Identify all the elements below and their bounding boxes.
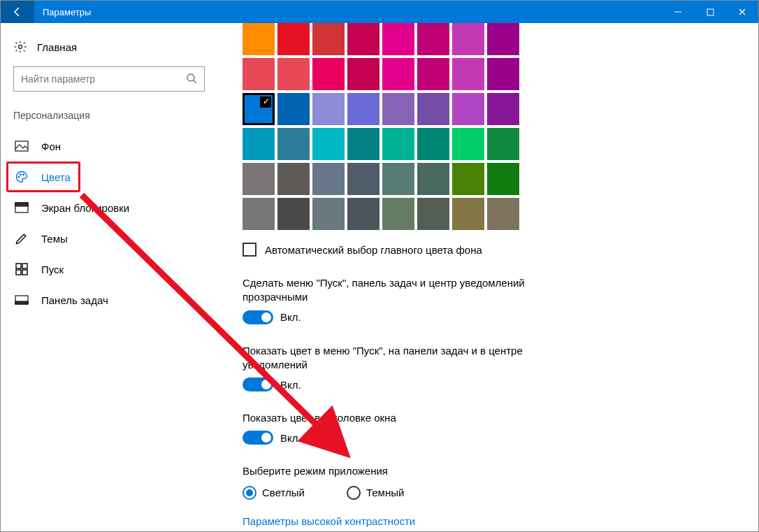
color-swatch[interactable] xyxy=(452,58,484,90)
app-mode-block: Выберите режим приложения Светлый Темный xyxy=(243,464,536,499)
color-swatch[interactable] xyxy=(347,128,380,160)
color-swatch[interactable] xyxy=(277,128,310,160)
setting-label: Показать цвет в заголовке окна xyxy=(243,411,536,425)
color-swatch[interactable] xyxy=(452,198,484,230)
sidebar-item-background[interactable]: Фон xyxy=(1,131,217,161)
sidebar-item-label: Фон xyxy=(41,141,61,152)
maximize-button[interactable] xyxy=(694,1,726,23)
search-input[interactable]: Найти параметр xyxy=(13,66,205,92)
color-swatch[interactable] xyxy=(312,128,345,160)
color-swatch[interactable] xyxy=(277,23,310,55)
svg-rect-13 xyxy=(16,270,21,275)
sidebar-item-label: Экран блокировки xyxy=(41,202,129,214)
home-label: Главная xyxy=(37,41,77,53)
titlebar: Параметры xyxy=(1,1,758,23)
color-swatch[interactable] xyxy=(417,128,449,160)
section-header: Персонализация xyxy=(1,104,217,131)
svg-point-8 xyxy=(23,174,24,175)
color-swatch[interactable] xyxy=(382,198,414,230)
color-swatch[interactable] xyxy=(382,163,414,195)
radio-label: Темный xyxy=(366,487,404,498)
setting-label: Сделать меню "Пуск", панель задач и цент… xyxy=(243,276,536,305)
toggle-state: Вкл. xyxy=(280,311,301,323)
color-swatch[interactable] xyxy=(243,198,275,230)
color-swatch[interactable] xyxy=(382,128,414,160)
color-swatch[interactable] xyxy=(243,163,275,195)
color-swatch[interactable] xyxy=(277,198,310,230)
color-swatch[interactable] xyxy=(277,58,310,90)
color-swatch[interactable] xyxy=(417,23,449,55)
color-swatch[interactable]: ✓ xyxy=(243,93,275,125)
color-swatch[interactable] xyxy=(417,93,449,125)
color-swatch[interactable] xyxy=(243,128,275,160)
color-swatch[interactable] xyxy=(452,163,484,195)
color-swatch[interactable] xyxy=(277,163,310,195)
svg-line-4 xyxy=(194,80,196,83)
color-swatch[interactable] xyxy=(452,93,484,125)
color-swatch[interactable] xyxy=(487,198,519,230)
color-swatch[interactable] xyxy=(243,23,275,55)
sidebar-item-label: Панель задач xyxy=(41,294,108,306)
toggle-switch[interactable] xyxy=(243,310,273,324)
color-swatch[interactable] xyxy=(487,93,519,125)
radio-icon[interactable] xyxy=(347,486,361,500)
color-swatch[interactable] xyxy=(382,93,414,125)
high-contrast-link[interactable]: Параметры высокой контрастности xyxy=(243,515,758,527)
color-swatch[interactable] xyxy=(277,93,310,125)
sidebar-item-taskbar[interactable]: Панель задач xyxy=(1,285,217,315)
color-swatch[interactable] xyxy=(347,93,380,125)
home-row[interactable]: Главная xyxy=(1,34,217,59)
app-mode-label: Выберите режим приложения xyxy=(243,464,536,478)
toggle-setting: Показать цвет в заголовке окнаВкл. xyxy=(243,411,536,445)
auto-color-row[interactable]: Автоматический выбор главного цвета фона xyxy=(243,243,758,257)
check-icon: ✓ xyxy=(263,96,270,106)
color-swatch[interactable] xyxy=(312,93,345,125)
toggle-switch[interactable] xyxy=(243,431,273,445)
close-button[interactable] xyxy=(726,1,758,23)
color-swatch[interactable] xyxy=(312,198,345,230)
color-swatch[interactable] xyxy=(487,58,519,90)
color-swatch[interactable] xyxy=(452,128,484,160)
content-area: ✓ Автоматический выбор главного цвета фо… xyxy=(217,23,758,531)
color-swatch[interactable] xyxy=(382,58,414,90)
sidebar-item-label: Темы xyxy=(41,233,68,245)
checkbox[interactable] xyxy=(243,243,256,257)
radio-icon[interactable] xyxy=(243,486,256,500)
color-swatch[interactable] xyxy=(312,23,345,55)
toggle-row: Вкл. xyxy=(243,378,536,391)
radio-light[interactable]: Светлый xyxy=(243,486,305,500)
color-swatch[interactable] xyxy=(347,198,380,230)
sidebar-item-colors[interactable]: Цвета xyxy=(1,161,217,192)
color-swatch[interactable] xyxy=(347,163,380,195)
toggle-switch[interactable] xyxy=(243,378,273,391)
color-swatch[interactable] xyxy=(487,163,519,195)
color-grid: ✓ xyxy=(243,23,758,230)
sidebar-item-label: Пуск xyxy=(41,264,64,275)
color-swatch[interactable] xyxy=(382,23,414,55)
minimize-button[interactable] xyxy=(662,1,694,23)
color-swatch[interactable] xyxy=(312,58,345,90)
color-swatch[interactable] xyxy=(417,198,449,230)
color-swatch[interactable] xyxy=(243,58,275,90)
sidebar-item-lockscreen[interactable]: Экран блокировки xyxy=(1,192,217,223)
color-swatch[interactable] xyxy=(417,163,449,195)
toggle-setting: Сделать меню "Пуск", панель задач и цент… xyxy=(243,276,536,324)
sidebar-item-label: Цвета xyxy=(41,171,71,183)
color-swatch[interactable] xyxy=(417,58,449,90)
sidebar-item-start[interactable]: Пуск xyxy=(1,254,217,285)
color-swatch[interactable] xyxy=(347,23,380,55)
color-swatch[interactable] xyxy=(347,58,380,90)
color-swatch[interactable] xyxy=(452,23,484,55)
color-swatch[interactable] xyxy=(487,128,519,160)
back-button[interactable] xyxy=(1,1,34,23)
svg-rect-10 xyxy=(15,203,28,206)
svg-rect-11 xyxy=(16,264,21,268)
window-title: Параметры xyxy=(43,7,91,17)
window-controls xyxy=(662,1,758,23)
radio-dark[interactable]: Темный xyxy=(347,486,404,500)
sidebar-item-themes[interactable]: Темы xyxy=(1,223,217,254)
color-swatch[interactable] xyxy=(487,23,519,55)
settings-window: Параметры Главная xyxy=(0,0,759,532)
brush-icon xyxy=(15,231,29,245)
color-swatch[interactable] xyxy=(312,163,345,195)
